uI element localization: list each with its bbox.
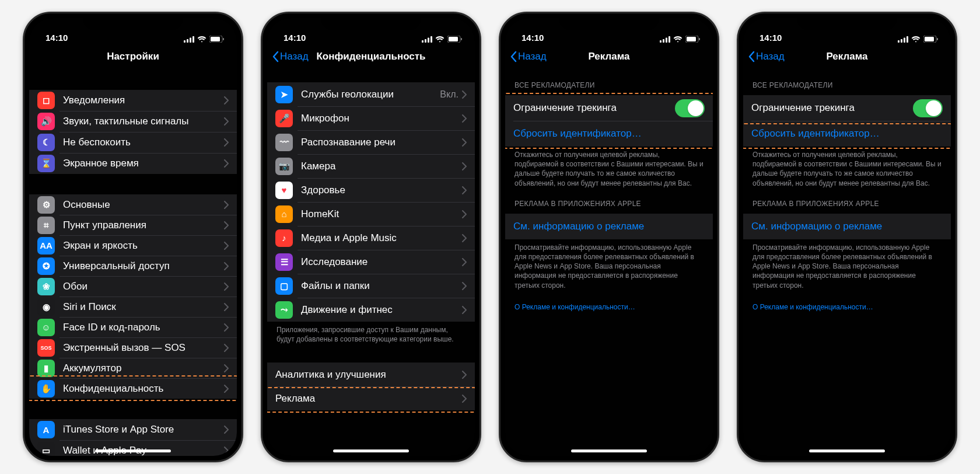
svg-rect-7 <box>422 40 424 43</box>
row-label: Исследование <box>301 256 462 268</box>
row-label: Движение и фитнес <box>301 304 462 316</box>
back-button[interactable]: Назад <box>510 51 547 62</box>
row-label: Face ID и код-пароль <box>63 322 224 333</box>
home-indicator[interactable] <box>333 449 409 452</box>
row-dnd[interactable]: ☾Не беспокоить <box>29 132 237 153</box>
tracking-footer: Откажитесь от получения целевой рекламы,… <box>743 147 951 188</box>
motion-icon: ⤳ <box>275 301 293 319</box>
sounds-icon: 🔊 <box>37 113 55 130</box>
row-screentime[interactable]: ⌛Экранное время <box>29 153 237 174</box>
home-indicator[interactable] <box>809 449 885 452</box>
about-ads-link[interactable]: О Рекламе и конфиденциальности… <box>505 290 713 311</box>
svg-rect-21 <box>898 40 900 43</box>
row-health[interactable]: ♥Здоровье <box>267 178 475 202</box>
row-accessibility[interactable]: ✪Универсальный доступ <box>29 256 237 276</box>
row-itunes[interactable]: AiTunes Store и App Store <box>29 419 237 440</box>
limit-ad-tracking-row[interactable]: Ограничение трекинга <box>505 95 713 121</box>
reset-identifier-row[interactable]: Сбросить идентификатор… <box>743 121 951 147</box>
row-camera[interactable]: 📷Камера <box>267 154 475 178</box>
reset-identifier-label: Сбросить идентификатор… <box>751 128 943 140</box>
ad-info-footer: Просматривайте информацию, использованну… <box>505 239 713 290</box>
row-analytics[interactable]: Аналитика и улучшения <box>267 363 475 386</box>
tracking-footer: Откажитесь от получения целевой рекламы,… <box>505 147 713 188</box>
limit-ad-tracking-toggle[interactable] <box>913 99 943 117</box>
row-speech[interactable]: 〰Распознавание речи <box>267 130 475 154</box>
row-battery[interactable]: ▮Аккумулятор <box>29 358 237 378</box>
back-button[interactable]: Назад <box>272 51 309 62</box>
row-label: Экстренный вызов — SOS <box>63 342 224 354</box>
svg-rect-6 <box>223 38 224 40</box>
ad-info-label: См. информацию о рекламе <box>751 221 943 232</box>
row-files[interactable]: ▢Файлы и папки <box>267 274 475 298</box>
row-general[interactable]: ⚙Основные <box>29 194 237 215</box>
row-notifications[interactable]: ◻Уведомления <box>29 90 237 111</box>
svg-rect-16 <box>666 38 667 43</box>
wifi-icon <box>673 36 682 43</box>
media-icon: ♪ <box>275 229 293 247</box>
chevron-right-icon <box>462 138 467 147</box>
row-label: Экранное время <box>63 158 224 169</box>
row-wallet[interactable]: ▭Wallet и Apple Pay <box>29 440 237 456</box>
row-media[interactable]: ♪Медиа и Apple Music <box>267 226 475 250</box>
chevron-right-icon <box>224 426 229 434</box>
row-homekit[interactable]: ⌂HomeKit <box>267 202 475 226</box>
wifi-icon <box>435 36 444 43</box>
notch <box>83 13 183 30</box>
row-label: Службы геолокации <box>301 89 440 100</box>
screentime-icon: ⌛ <box>37 155 55 172</box>
limit-ad-tracking-toggle[interactable] <box>675 99 705 117</box>
home-indicator[interactable] <box>95 449 171 452</box>
reset-identifier-row[interactable]: Сбросить идентификатор… <box>505 121 713 147</box>
wifi-icon <box>197 36 206 43</box>
status-time: 14:10 <box>46 33 68 43</box>
sos-icon: SOS <box>37 339 55 357</box>
chevron-right-icon <box>462 371 467 379</box>
ad-info-row[interactable]: См. информацию о рекламе <box>505 214 713 239</box>
chevron-right-icon <box>462 210 467 218</box>
row-control-center[interactable]: ⌗Пункт управления <box>29 215 237 235</box>
section-header-all-advertisers: ВСЕ РЕКЛАМОДАТЕЛИ <box>743 69 951 93</box>
row-motion[interactable]: ⤳Движение и фитнес <box>267 298 475 322</box>
chevron-right-icon <box>462 395 467 403</box>
row-label: HomeKit <box>301 208 462 220</box>
chevron-right-icon <box>462 186 467 194</box>
row-label: Камера <box>301 161 462 172</box>
row-faceid[interactable]: ☺Face ID и код-пароль <box>29 317 237 337</box>
svg-rect-20 <box>699 38 700 40</box>
svg-rect-26 <box>925 37 934 41</box>
chevron-right-icon <box>224 344 229 352</box>
row-display[interactable]: AAЭкран и яркость <box>29 235 237 256</box>
general-icon: ⚙ <box>37 196 55 214</box>
row-location[interactable]: ➤Службы геолокацииВкл. <box>267 82 475 106</box>
row-label: Обои <box>63 281 224 292</box>
back-button[interactable]: Назад <box>748 51 785 62</box>
ad-info-label: См. информацию о рекламе <box>513 221 705 232</box>
row-microphone[interactable]: 🎤Микрофон <box>267 106 475 130</box>
notch <box>559 13 659 30</box>
row-advertising[interactable]: Реклама <box>267 386 475 410</box>
siri-icon: ◉ <box>37 298 55 316</box>
row-wallpaper[interactable]: ❀Обои <box>29 276 237 297</box>
battery-icon <box>685 36 700 43</box>
svg-rect-1 <box>187 39 188 43</box>
chevron-left-icon <box>748 51 755 62</box>
row-research[interactable]: ☰Исследование <box>267 250 475 274</box>
row-siri[interactable]: ◉Siri и Поиск <box>29 297 237 317</box>
chevron-right-icon <box>462 258 467 266</box>
navbar: Настройки <box>29 44 237 69</box>
row-label: Основные <box>63 199 224 211</box>
row-label: Уведомления <box>63 95 224 106</box>
about-ads-link[interactable]: О Рекламе и конфиденциальности… <box>743 290 951 311</box>
camera-icon: 📷 <box>275 158 293 175</box>
limit-ad-tracking-row[interactable]: Ограничение трекинга <box>743 95 951 121</box>
row-label: Универсальный доступ <box>63 260 224 272</box>
row-privacy[interactable]: ✋Конфиденциальность <box>29 378 237 399</box>
ad-info-row[interactable]: См. информацию о рекламе <box>743 214 951 239</box>
row-sounds[interactable]: 🔊Звуки, тактильные сигналы <box>29 111 237 132</box>
control-center-icon: ⌗ <box>37 217 55 234</box>
health-icon: ♥ <box>275 182 293 199</box>
notch <box>797 13 897 30</box>
row-sos[interactable]: SOSЭкстренный вызов — SOS <box>29 337 237 358</box>
home-indicator[interactable] <box>571 449 647 452</box>
row-label: Аккумулятор <box>63 363 224 374</box>
